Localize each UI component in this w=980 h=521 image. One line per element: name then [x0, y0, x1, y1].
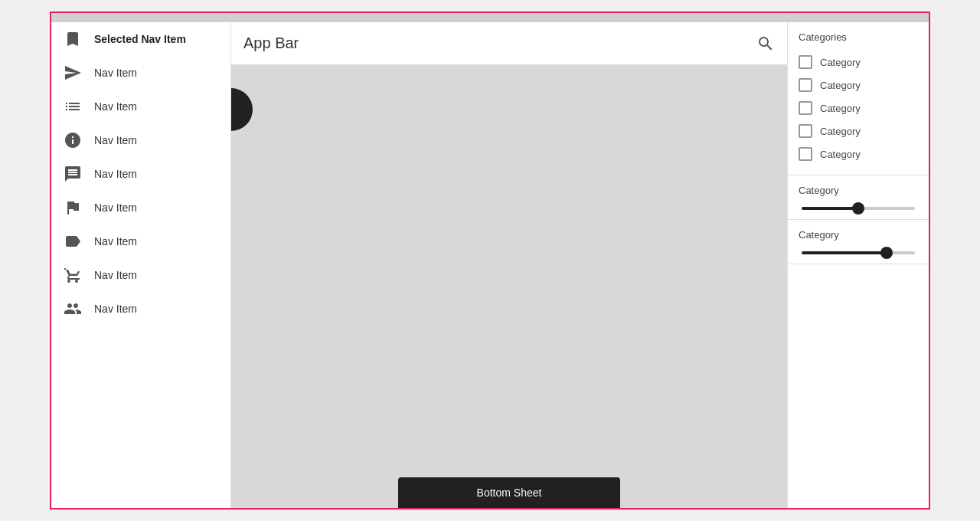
slider-2-thumb[interactable] — [880, 247, 893, 259]
outer-frame: Selected Nav Item Nav Item Nav Item — [0, 0, 980, 521]
category-item-3[interactable]: Category — [799, 120, 918, 143]
sidebar-item-7-label: Nav Item — [94, 269, 137, 281]
app-bar-title: App Bar — [243, 34, 299, 52]
app-container: Selected Nav Item Nav Item Nav Item — [50, 11, 930, 510]
sidebar-item-8[interactable]: Nav Item — [51, 292, 230, 326]
slider-2-track[interactable] — [802, 251, 915, 254]
bottom-sheet[interactable]: Bottom Sheet — [398, 477, 620, 508]
sidebar-item-3[interactable]: Nav Item — [51, 123, 230, 157]
sidebar-item-6[interactable]: Nav Item — [51, 224, 230, 258]
slider-1-thumb[interactable] — [852, 202, 864, 215]
fab-button[interactable] — [231, 88, 253, 131]
checkbox-1[interactable] — [799, 78, 812, 92]
slider-2-fill — [802, 251, 887, 254]
info-icon — [64, 131, 82, 149]
list-icon — [64, 97, 82, 116]
sidebar-item-1-label: Nav Item — [94, 67, 137, 79]
tag-icon — [64, 232, 82, 251]
category-item-4[interactable]: Category — [799, 143, 918, 165]
category-label-3: Category — [820, 126, 861, 137]
sidebar: Selected Nav Item Nav Item Nav Item — [51, 22, 231, 508]
slider-2-title: Category — [799, 229, 918, 241]
top-status-bar — [51, 13, 929, 22]
cart-icon — [64, 266, 82, 284]
sidebar-item-selected[interactable]: Selected Nav Item — [51, 22, 230, 56]
sidebar-item-3-label: Nav Item — [94, 134, 137, 146]
category-label-2: Category — [820, 103, 861, 114]
sidebar-item-6-label: Nav Item — [94, 235, 137, 247]
categories-title: Categories — [799, 31, 918, 43]
right-panel: Categories Category Category Category — [787, 22, 929, 508]
category-label-1: Category — [820, 80, 861, 91]
category-item-2[interactable]: Category — [799, 97, 918, 120]
search-icon[interactable] — [756, 34, 775, 53]
sidebar-item-5[interactable]: Nav Item — [51, 191, 230, 224]
checkbox-0[interactable] — [799, 55, 812, 69]
category-label-0: Category — [820, 57, 861, 68]
flag-icon — [64, 198, 82, 217]
checkbox-4[interactable] — [799, 147, 812, 161]
content-area: Bottom Sheet — [231, 65, 787, 508]
sidebar-item-4[interactable]: Nav Item — [51, 157, 230, 191]
checkbox-2[interactable] — [799, 101, 812, 115]
sidebar-item-2-label: Nav Item — [94, 100, 137, 113]
category-label-4: Category — [820, 149, 861, 160]
group-icon — [64, 300, 82, 318]
app-bar: App Bar — [231, 22, 787, 65]
slider-1-track[interactable] — [802, 207, 915, 210]
sidebar-item-8-label: Nav Item — [94, 303, 137, 315]
category-item-1[interactable]: Category — [799, 74, 918, 97]
main-area: Selected Nav Item Nav Item Nav Item — [51, 22, 929, 508]
slider-1-title: Category — [799, 185, 918, 196]
sidebar-item-5-label: Nav Item — [94, 202, 137, 214]
sidebar-item-1[interactable]: Nav Item — [51, 56, 230, 90]
chat-icon — [64, 165, 82, 183]
sidebar-item-7[interactable]: Nav Item — [51, 258, 230, 292]
sidebar-item-2[interactable]: Nav Item — [51, 90, 230, 123]
slider-section-2: Category — [788, 220, 929, 264]
sidebar-item-selected-label: Selected Nav Item — [94, 33, 186, 45]
categories-section: Categories Category Category Category — [788, 22, 929, 175]
slider-section-1: Category — [788, 175, 929, 220]
checkbox-3[interactable] — [799, 124, 812, 138]
bottom-sheet-label: Bottom Sheet — [477, 487, 542, 499]
main-column: App Bar Bottom Sheet — [231, 22, 787, 508]
slider-1-fill — [802, 207, 858, 210]
bookmark-icon — [64, 30, 82, 48]
content-wrapper: App Bar Bottom Sheet — [231, 22, 929, 508]
category-item-0[interactable]: Category — [799, 51, 918, 74]
send-icon — [64, 64, 82, 82]
sidebar-item-4-label: Nav Item — [94, 168, 137, 180]
